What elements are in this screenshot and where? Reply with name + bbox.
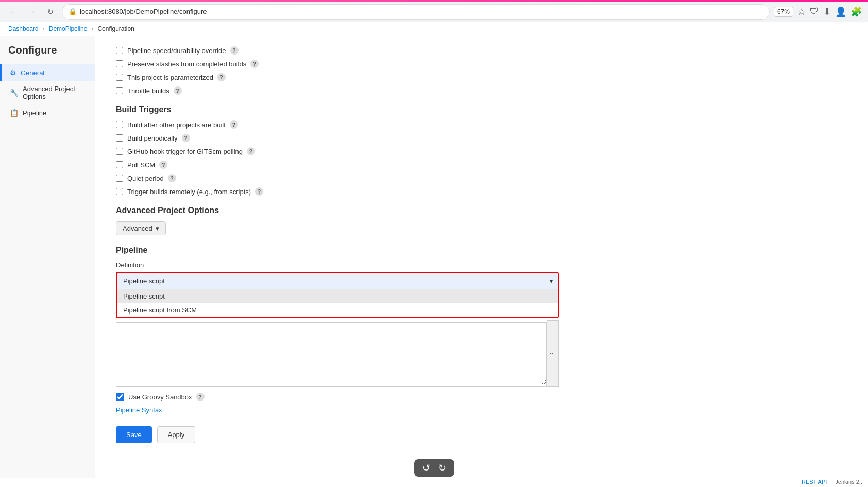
help-groovy-sandbox[interactable]: ? [196, 393, 205, 401]
zoom-level: 67% [774, 7, 793, 17]
breadcrumb-demopipeline[interactable]: DemoPipeline [49, 25, 88, 32]
sidebar-label-pipeline: Pipeline [23, 109, 46, 117]
sidebar-label-general: General [21, 69, 44, 77]
script-area-wrapper: Try Sample Pipeline... ▾ ⋮ [116, 320, 559, 387]
shield-guard-icon[interactable]: 🛡 [810, 6, 819, 17]
star-icon[interactable]: ☆ [797, 6, 806, 18]
help-preserve-caches[interactable]: ? [250, 60, 259, 68]
checkbox-periodically-label: Build periodically [127, 134, 178, 142]
sidebar-item-advanced-project-options[interactable]: 🔧 Advanced Project Options [0, 81, 95, 105]
profile-icon[interactable]: 👤 [835, 6, 846, 18]
checkbox-throttle: Throttle builds ? [116, 86, 847, 95]
help-speed-durability[interactable]: ? [230, 46, 239, 55]
content-area: Pipeline speed/durability override ? Pre… [95, 36, 868, 478]
help-parameterized[interactable]: ? [217, 73, 226, 81]
pipeline-heading: Pipeline [116, 246, 847, 255]
advanced-button[interactable]: Advanced ▾ [116, 221, 166, 235]
general-section: Pipeline speed/durability override ? Pre… [116, 46, 847, 95]
checkbox-parameterized-input[interactable] [116, 74, 123, 81]
breadcrumb-configuration: Configuration [97, 25, 134, 32]
checkbox-preserve-caches-input[interactable] [116, 60, 123, 67]
download-icon[interactable]: ⬇ [823, 6, 831, 18]
groovy-sandbox-row: Use Groovy Sandbox ? [116, 393, 847, 401]
pipeline-icon: 📋 [10, 109, 19, 117]
pipeline-syntax-link[interactable]: Pipeline Syntax [116, 406, 847, 414]
build-triggers-section: Build Triggers Build after other project… [116, 105, 847, 196]
help-throttle[interactable]: ? [174, 86, 182, 95]
checkbox-trigger-remote: Trigger builds remotely (e.g., from scri… [116, 187, 847, 196]
checkbox-after-other-input[interactable] [116, 121, 123, 128]
help-quiet-period[interactable]: ? [168, 174, 176, 182]
checkbox-throttle-label: Throttle builds [127, 87, 169, 95]
dropdown-option-pipeline-script[interactable]: Pipeline script [117, 289, 558, 303]
checkbox-speed-durability-label: Pipeline speed/durability override [127, 47, 226, 55]
refresh-button[interactable]: ↻ [43, 5, 58, 19]
definition-select[interactable]: Pipeline script Pipeline script from SCM [117, 273, 558, 289]
checkbox-poll-scm: Poll SCM ? [116, 161, 847, 169]
address-bar: 🔒 localhost:8080/job/DemoPipeline/config… [62, 4, 770, 20]
dropdown-options-list: Pipeline script Pipeline script from SCM [117, 289, 558, 317]
breadcrumb-sep-1: › [43, 25, 45, 32]
checkbox-after-other: Build after other projects are built ? [116, 120, 847, 129]
script-area: ⋮ [116, 320, 559, 387]
checkbox-quiet-period-label: Quiet period [127, 175, 164, 182]
sidebar: Configure ⚙ General 🔧 Advanced Project O… [0, 36, 95, 478]
wrench-icon: 🔧 [10, 89, 19, 97]
advanced-button-label: Advanced [123, 224, 152, 232]
sidebar-item-general[interactable]: ⚙ General [0, 64, 95, 81]
page-title: Configure [0, 44, 95, 64]
breadcrumb-dashboard[interactable]: Dashboard [8, 25, 39, 32]
shield-icon: 🔒 [69, 8, 77, 15]
checkbox-preserve-caches: Preserve stashes from completed builds ? [116, 60, 847, 68]
checkbox-trigger-remote-input[interactable] [116, 188, 123, 195]
groovy-sandbox-checkbox[interactable] [116, 393, 124, 401]
checkbox-github-hook-input[interactable] [116, 148, 123, 155]
checkbox-github-hook: GitHub hook trigger for GITScm polling ? [116, 147, 847, 155]
script-container [116, 322, 547, 387]
build-triggers-heading: Build Triggers [116, 105, 847, 114]
checkbox-periodically-input[interactable] [116, 134, 123, 142]
apply-button[interactable]: Apply [157, 426, 196, 443]
url-text: localhost:8080/job/DemoPipeline/configur… [80, 8, 207, 15]
browser-chrome: ← → ↻ 🔒 localhost:8080/job/DemoPipeline/… [0, 2, 868, 22]
script-textarea[interactable] [116, 323, 546, 385]
forward-button[interactable]: → [25, 5, 39, 19]
dropdown-option-pipeline-scm[interactable]: Pipeline script from SCM [117, 303, 558, 317]
help-after-other[interactable]: ? [230, 120, 238, 129]
checkbox-speed-durability: Pipeline speed/durability override ? [116, 46, 847, 55]
groovy-sandbox-label: Use Groovy Sandbox [128, 393, 192, 401]
checkbox-periodically: Build periodically ? [116, 134, 847, 142]
checkbox-preserve-caches-label: Preserve stashes from completed builds [127, 60, 246, 68]
browser-actions: 🛡 ⬇ 👤 🧩 [810, 6, 862, 18]
extensions-icon[interactable]: 🧩 [850, 6, 862, 18]
checkbox-github-hook-label: GitHub hook trigger for GITScm polling [127, 148, 243, 155]
advanced-project-options-heading: Advanced Project Options [116, 206, 847, 215]
chevron-down-icon: ▾ [156, 224, 159, 232]
sidebar-item-pipeline[interactable]: 📋 Pipeline [0, 105, 95, 121]
checkbox-quiet-period-input[interactable] [116, 175, 123, 182]
definition-label: Definition [116, 261, 847, 269]
script-sidebar-handle[interactable]: ⋮ [547, 320, 559, 387]
help-periodically[interactable]: ? [182, 134, 190, 142]
checkbox-parameterized-label: This project is parameterized [127, 74, 213, 81]
breadcrumb-sep-2: › [91, 25, 93, 32]
redo-button[interactable]: ↻ [438, 462, 446, 474]
checkbox-poll-scm-label: Poll SCM [127, 161, 155, 169]
checkbox-throttle-input[interactable] [116, 87, 123, 94]
help-poll-scm[interactable]: ? [159, 161, 167, 169]
breadcrumb: Dashboard › DemoPipeline › Configuration [0, 22, 868, 36]
sidebar-label-advanced: Advanced Project Options [23, 85, 87, 100]
main-layout: Configure ⚙ General 🔧 Advanced Project O… [0, 36, 868, 478]
checkbox-poll-scm-input[interactable] [116, 161, 123, 168]
undo-button[interactable]: ↺ [422, 462, 430, 474]
checkbox-after-other-label: Build after other projects are built [127, 121, 226, 129]
checkbox-trigger-remote-label: Trigger builds remotely (e.g., from scri… [127, 188, 251, 196]
help-trigger-remote[interactable]: ? [255, 187, 263, 196]
save-button[interactable]: Save [116, 426, 152, 443]
advanced-project-options-section: Advanced Project Options Advanced ▾ [116, 206, 847, 235]
back-button[interactable]: ← [6, 5, 21, 19]
bottom-actions: Save Apply [116, 426, 847, 443]
bottom-toolbar: ↺ ↻ [414, 459, 454, 477]
help-github-hook[interactable]: ? [247, 147, 255, 155]
checkbox-speed-durability-input[interactable] [116, 47, 123, 54]
